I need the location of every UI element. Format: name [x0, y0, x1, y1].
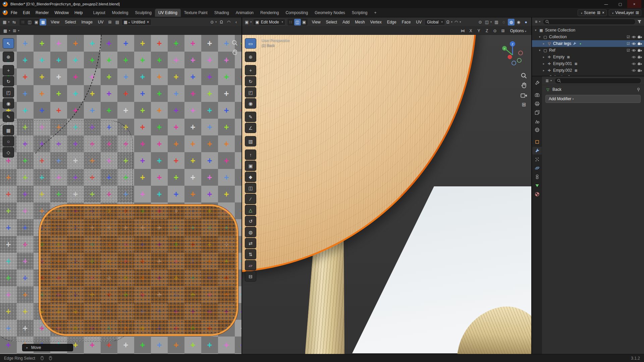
filter-funnel-icon[interactable]: [637, 20, 642, 24]
vp-tool-rip-region[interactable]: ⊟: [245, 271, 256, 282]
render-camera-icon[interactable]: [638, 55, 642, 59]
uv-mesh-island-selected[interactable]: [39, 204, 238, 336]
uv-tool-grab[interactable]: ○: [3, 136, 14, 146]
vp-menu-vertex[interactable]: Vertex: [368, 19, 384, 25]
mirror-z-toggle[interactable]: Z: [484, 27, 490, 34]
vp-tool-rotate[interactable]: ↻: [245, 76, 256, 86]
uv-proportional-toggle[interactable]: ◠: [225, 19, 232, 25]
toggle-grid-icon[interactable]: ⊞: [522, 102, 526, 108]
uv-tool-scale[interactable]: ◰: [3, 87, 14, 98]
uv-vertex-mode-button[interactable]: ∷: [19, 19, 26, 25]
render-camera-icon[interactable]: [638, 42, 642, 45]
properties-editor-type-icon[interactable]: ≣: [545, 77, 552, 84]
tab-object[interactable]: [532, 138, 542, 146]
mirror-x-toggle[interactable]: X: [468, 27, 474, 34]
tab-modeling[interactable]: Modeling: [109, 9, 132, 17]
outliner-search-input[interactable]: [543, 19, 636, 25]
vp-tool-loop-cut[interactable]: ◫: [245, 183, 256, 193]
hide-eye-icon[interactable]: [632, 69, 636, 72]
tab-particles[interactable]: [532, 156, 542, 163]
tab-view-layer[interactable]: [532, 109, 542, 116]
tab-physics[interactable]: [532, 164, 542, 172]
uv-tool-tweak-select[interactable]: ↖: [3, 38, 14, 49]
menu-render[interactable]: Render: [33, 9, 51, 16]
render-camera-icon[interactable]: [638, 62, 642, 65]
render-camera-icon[interactable]: [638, 69, 642, 72]
vp-menu-view[interactable]: View: [310, 19, 323, 25]
transform-settings-icon[interactable]: ⊞: [500, 27, 506, 34]
hide-eye-icon[interactable]: [632, 36, 636, 39]
camera-view-icon[interactable]: [521, 92, 527, 99]
mode-selector[interactable]: ▣ Edit Mode: [253, 19, 285, 25]
new-image-button[interactable]: ⊞: [107, 19, 113, 25]
xray-toggle[interactable]: ▥: [493, 19, 500, 25]
zoom-icon[interactable]: [521, 72, 527, 79]
uv-edge-mode-button[interactable]: ◫: [26, 19, 33, 25]
menu-file[interactable]: File: [8, 9, 20, 16]
pan-hand-icon[interactable]: [521, 82, 527, 89]
operator-panel-disclosure[interactable]: ▸: [25, 346, 29, 349]
face-select-button[interactable]: ▣: [301, 19, 308, 25]
uv-snap-toggle[interactable]: Ω: [218, 19, 225, 25]
outliner-row-scene-collection[interactable]: ▾ ▦ Scene Collection: [532, 27, 644, 34]
vp-tool-transform[interactable]: ◉: [245, 98, 256, 109]
uv-island-mode-button[interactable]: ▩: [40, 19, 46, 25]
tab-shading[interactable]: Shading: [211, 9, 232, 17]
outliner-row-collection[interactable]: ▾ ▢ Collection ☑: [532, 34, 644, 40]
uv-menu-select[interactable]: Select: [62, 19, 78, 25]
scene-selector[interactable]: Scene ⊞ ×: [578, 9, 607, 16]
vp-tool-edge-slide[interactable]: ⇄: [245, 238, 256, 248]
vp-tool-select-box[interactable]: ▭: [245, 38, 256, 49]
vp-tool-cursor[interactable]: ⊕: [245, 52, 256, 62]
vp-tool-poly-build[interactable]: △: [245, 205, 256, 215]
uv-tool-move[interactable]: +: [3, 65, 14, 75]
vp-tool-shrink-fatten[interactable]: ⇅: [245, 249, 256, 259]
vp-tool-measure[interactable]: ∠: [245, 123, 256, 133]
vp-tool-shear[interactable]: ▱: [245, 260, 256, 270]
shading-solid-button[interactable]: ◍: [508, 19, 515, 25]
shading-wireframe-button[interactable]: ◌: [500, 19, 507, 25]
transform-orientation-selector[interactable]: Global: [425, 19, 445, 25]
overlays-toggle[interactable]: ◫: [484, 19, 492, 25]
vp-tool-annotate[interactable]: ✎: [245, 112, 256, 122]
tab-compositing[interactable]: Compositing: [282, 9, 311, 17]
hide-eye-icon[interactable]: [632, 56, 636, 59]
shading-rendered-button[interactable]: ●: [523, 19, 529, 25]
tab-object-data[interactable]: [532, 182, 542, 189]
menu-help[interactable]: Help: [72, 9, 86, 16]
shading-material-button[interactable]: ◉: [515, 19, 522, 25]
maximize-button[interactable]: ▢: [613, 0, 627, 8]
tab-geometry-nodes[interactable]: Geometry Nodes: [311, 9, 348, 17]
tab-render[interactable]: [532, 91, 542, 99]
outliner-row-chair-legs[interactable]: ▸ ▽ Chair legs ● ☑: [532, 40, 644, 47]
close-button[interactable]: ×: [627, 0, 641, 8]
vertex-select-button[interactable]: ∷: [287, 19, 294, 25]
viewport-editor-type-icon[interactable]: ▣: [244, 19, 252, 25]
tab-texture-paint[interactable]: Texture Paint: [181, 9, 211, 17]
mirror-y-toggle[interactable]: Y: [476, 27, 482, 34]
render-camera-icon[interactable]: [638, 35, 642, 39]
minimize-button[interactable]: —: [599, 0, 613, 8]
edge-select-button[interactable]: ◫: [294, 19, 301, 25]
pin-icon[interactable]: [636, 87, 641, 92]
tab-tool[interactable]: [532, 79, 542, 87]
outliner-row-empty-001[interactable]: ▸ ✛ Empty.001 ▦: [532, 60, 644, 67]
tool-options-dropdown[interactable]: Options: [508, 27, 529, 34]
tab-uv-editing[interactable]: UV Editing: [155, 9, 181, 17]
vp-menu-mesh[interactable]: Mesh: [353, 19, 367, 25]
outliner-row-empty-002[interactable]: ▸ ✛ Empty.002 ▦: [532, 67, 644, 74]
outliner-editor-type-icon[interactable]: ≡: [534, 18, 541, 25]
uv-tool-sculpt[interactable]: ▦: [3, 125, 14, 135]
hide-eye-icon[interactable]: [632, 42, 636, 45]
uv-menu-view[interactable]: View: [48, 19, 62, 25]
snap-settings-icon[interactable]: ⊙: [492, 27, 498, 34]
vp-tool-bevel[interactable]: ◆: [245, 172, 256, 182]
uv-tool-pin[interactable]: ◇: [3, 147, 14, 158]
hide-eye-icon[interactable]: [638, 76, 642, 76]
uv-tool-annotate[interactable]: ✎: [3, 112, 14, 122]
unlink-scene-button[interactable]: ×: [602, 10, 604, 15]
uv-zoom-icon[interactable]: [231, 40, 238, 46]
uv-menu-image[interactable]: Image: [79, 19, 95, 25]
tab-world[interactable]: [532, 126, 542, 134]
uv-sync-selection-toggle[interactable]: ⇆: [11, 19, 17, 25]
